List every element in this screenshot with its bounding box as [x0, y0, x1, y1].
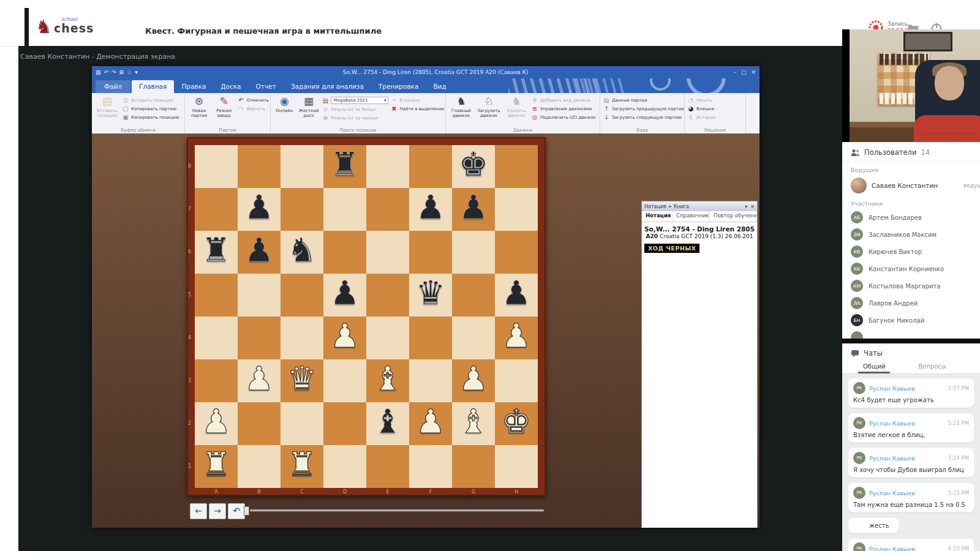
square-b4[interactable]	[238, 317, 281, 359]
black-pawn[interactable]: ♟	[409, 188, 452, 231]
square-g4[interactable]	[452, 317, 495, 359]
square-a2[interactable]: ♟	[195, 402, 238, 445]
square-a6[interactable]: ♜	[195, 231, 238, 274]
panel-dropdown-icon[interactable]: ▾	[745, 204, 747, 209]
participant-row[interactable]: БНБагунок Николай	[842, 312, 980, 329]
menu-tab-4[interactable]: Доска	[213, 80, 248, 93]
white-pawn[interactable]: ♟	[238, 359, 281, 402]
back-move-button[interactable]: ←	[190, 503, 207, 519]
load-prev-game-button[interactable]: ↑Загрузить предыдущую партию	[603, 105, 685, 112]
square-b1[interactable]	[238, 445, 281, 488]
square-h4[interactable]: ♟	[495, 317, 538, 359]
square-a4[interactable]	[195, 317, 238, 359]
paste-button[interactable]: ▤Вставить позицию	[94, 94, 120, 127]
engine-icon[interactable]: ♘	[127, 66, 132, 78]
menu-tab-6[interactable]: Задания для анализа	[284, 80, 371, 93]
square-a8[interactable]	[195, 145, 238, 188]
input-mode-button[interactable]: ✎Режим ввода	[213, 94, 236, 127]
host-row[interactable]: Саваев Константин ведущий	[842, 175, 980, 196]
menu-tab-5[interactable]: Отчет	[249, 80, 284, 93]
square-c1[interactable]: ♜	[281, 445, 323, 488]
square-g5[interactable]	[452, 274, 495, 317]
manage-engines-button[interactable]: ≣Управление движками	[531, 105, 596, 112]
square-e8[interactable]	[366, 145, 409, 188]
square-a3[interactable]	[195, 359, 238, 402]
megabase-button[interactable]: ▤MegaBase 2021▾	[322, 97, 388, 104]
square-f6[interactable]	[409, 231, 452, 274]
history-button[interactable]: ♞История	[687, 114, 715, 121]
slider-handle[interactable]	[244, 506, 249, 515]
board-icon[interactable]: ⊞	[119, 66, 124, 78]
square-d7[interactable]	[323, 188, 366, 231]
new-game-button[interactable]: ⊛Новая партия	[187, 94, 211, 127]
chat-tab[interactable]: Общий	[858, 361, 890, 373]
white-pawn[interactable]: ♟	[323, 317, 366, 359]
copy-position-button[interactable]: ▣Копировать позицию	[122, 114, 179, 121]
panel-close-icon[interactable]: ✕	[750, 204, 755, 209]
square-b2[interactable]	[238, 402, 281, 445]
undo-icon[interactable]: ↶	[104, 66, 109, 78]
square-e5[interactable]	[366, 274, 409, 317]
white-queen[interactable]: ♛	[281, 359, 323, 402]
square-c2[interactable]	[281, 402, 323, 445]
black-pawn[interactable]: ♟	[495, 274, 538, 317]
white-pawn[interactable]: ♟	[495, 317, 538, 359]
square-f8[interactable]	[409, 145, 452, 188]
square-c5[interactable]	[281, 274, 323, 317]
unload-engine-button[interactable]: ♞Удалить движок	[503, 94, 529, 127]
chat-tab[interactable]: Вопросы	[913, 361, 951, 373]
square-f3[interactable]	[409, 359, 452, 402]
white-rook[interactable]: ♜	[281, 445, 323, 488]
black-pawn[interactable]: ♟	[238, 231, 281, 274]
black-king[interactable]: ♚	[452, 145, 495, 188]
maximize-icon[interactable]: □	[741, 69, 747, 75]
menu-tab-1[interactable]: Файл	[96, 80, 130, 93]
square-g1[interactable]	[452, 445, 495, 488]
sidebar-scrollbar[interactable]	[842, 279, 845, 309]
square-e1[interactable]	[366, 445, 409, 488]
copy-game-button[interactable]: ▢Копировать партию	[122, 105, 179, 112]
square-b7[interactable]: ♟	[238, 188, 281, 231]
square-g2[interactable]: ♝	[452, 402, 495, 445]
square-h1[interactable]	[495, 445, 538, 488]
square-b8[interactable]	[238, 145, 281, 188]
square-b6[interactable]: ♟	[238, 231, 281, 274]
square-d6[interactable]	[323, 231, 366, 274]
chessbase-window[interactable]: ▥↶↷⊞♘▾ So,W... 2754 - Ding Liren (2805),…	[92, 66, 760, 528]
menu-tab-3[interactable]: Правка	[174, 80, 213, 93]
square-c7[interactable]	[281, 188, 323, 231]
square-a1[interactable]: ♜	[195, 445, 238, 488]
square-b3[interactable]: ♟	[238, 359, 281, 402]
load-next-game-button[interactable]: ↓Загрузить следующую партию	[603, 114, 685, 121]
slider-track[interactable]	[250, 509, 544, 511]
takeback-button[interactable]: ↶	[228, 503, 245, 519]
square-e2[interactable]: ♝	[366, 402, 409, 445]
black-pawn[interactable]: ♟	[238, 188, 281, 231]
participant-row[interactable]: ЛАЛавров Андрей	[842, 294, 980, 312]
square-b5[interactable]	[238, 274, 281, 317]
square-f4[interactable]	[409, 317, 452, 359]
white-pawn[interactable]: ♟	[195, 402, 238, 445]
menu-tab-7[interactable]: Тренировка	[371, 80, 426, 93]
black-bishop[interactable]: ♝	[366, 402, 409, 445]
notation-tab[interactable]: Нотация	[642, 211, 673, 222]
square-e3[interactable]: ♝	[366, 359, 409, 402]
menu-tab-8[interactable]: Вид	[426, 80, 453, 93]
square-c6[interactable]: ♞	[281, 231, 323, 274]
game-position-slider[interactable]	[244, 506, 544, 514]
white-pawn[interactable]: ♟	[409, 402, 452, 445]
paste-position-button[interactable]: ▥Вставить позицию	[122, 97, 179, 103]
black-rook[interactable]: ♜	[323, 145, 366, 188]
square-a5[interactable]	[195, 274, 238, 317]
square-d2[interactable]	[323, 402, 366, 445]
redo-icon[interactable]: ↷	[111, 66, 116, 78]
square-f1[interactable]	[409, 445, 452, 488]
square-d5[interactable]: ♟	[323, 274, 366, 317]
white-rook[interactable]: ♜	[195, 445, 238, 488]
chess-board[interactable]: ♜♚♟♟♟♜♟♞♟♛♟♟♟♟♛♝♟♟♝♟♝♚♜♜	[195, 145, 538, 488]
harddisk-button[interactable]: ▦Жесткий диск	[298, 94, 320, 127]
black-result-button[interactable]: ♚Результат за черных	[322, 114, 388, 121]
brand-logo[interactable]: ♞ school chess	[36, 17, 115, 41]
white-pawn[interactable]: ♟	[452, 359, 495, 402]
white-bishop[interactable]: ♝	[366, 359, 409, 402]
